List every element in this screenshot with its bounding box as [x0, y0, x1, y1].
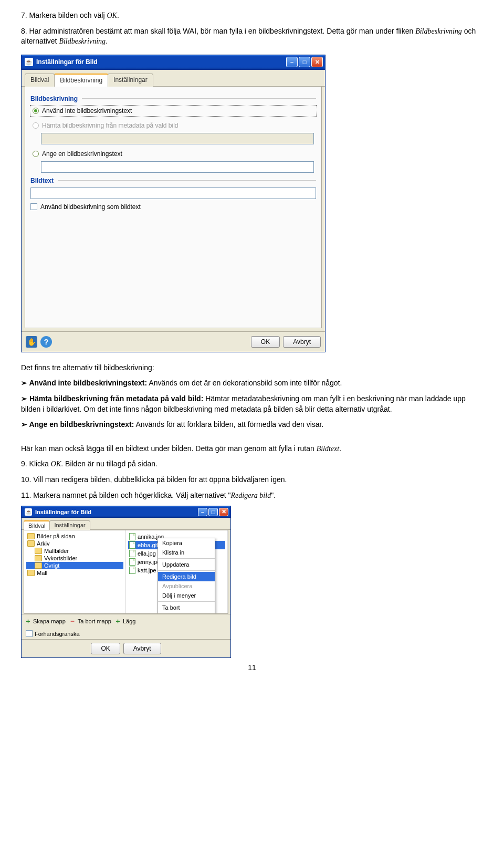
ctx-unpublish: Avpublicera [158, 581, 215, 591]
button-bar: ✋ ? OK Avbryt [22, 331, 325, 352]
preview-checkbox-row[interactable]: Förhandsgranska [22, 628, 230, 639]
java-icon: ☕ [25, 508, 32, 516]
radio-label: Ange en bildbeskrivningstext [42, 150, 122, 158]
create-folder-button[interactable]: ＋Skapa mapp [25, 617, 66, 626]
ok-button[interactable]: OK [251, 336, 280, 348]
dialog-image-settings: ☕ Inställningar för Bild – □ ✕ Bildval B… [21, 55, 326, 352]
dialog-image-settings-small: ☕ Inställningar för Bild – □ ✕ Bildval I… [21, 506, 231, 658]
radio-enter-desc[interactable]: Ange en bildbeskrivningstext [30, 149, 316, 159]
group-bildtext: Bildtext [30, 177, 316, 184]
plus-icon: ＋ [25, 617, 32, 626]
ctx-paste[interactable]: Klistra in [158, 548, 215, 557]
metadata-desc-input [41, 133, 314, 144]
ctx-rename[interactable]: Byt namn [158, 612, 215, 613]
add-button[interactable]: ＋Lägg [114, 617, 135, 626]
context-menu: Kopiera Klistra in Uppdatera Redigera bi… [158, 538, 215, 613]
titlebar: ☕ Inställningar för Bild – □ ✕ [22, 55, 325, 70]
radio-label: Hämta bildbeskrivning från metadata på v… [42, 122, 178, 129]
group-bildbeskrivning: Bildbeskrivning [30, 95, 316, 102]
folder-item[interactable]: Arkiv [26, 540, 123, 547]
folder-item[interactable]: Bilder på sidan [26, 532, 123, 540]
tab-bildval[interactable]: Bildval [24, 520, 50, 530]
step-7: 7. Markera bilden och välj OK. [21, 11, 483, 21]
radio-icon [33, 122, 39, 129]
cancel-button[interactable]: Avbryt [283, 336, 321, 348]
folder-icon [35, 548, 42, 554]
bullet-2: ➢ Hämta bildbeskrivning från metadata på… [21, 394, 483, 414]
maximize-button[interactable]: □ [299, 57, 310, 67]
bullet-3: ➢ Ange en bildbeskrivningstext: Används … [21, 420, 483, 430]
ctx-delete[interactable]: Ta bort [158, 603, 215, 612]
custom-desc-input[interactable] [41, 161, 314, 173]
checkbox-label: Använd bildbeskrivning som bildtext [40, 203, 141, 211]
tab-bildbeskrivning[interactable]: Bildbeskrivning [54, 74, 108, 87]
close-button[interactable]: ✕ [311, 57, 323, 67]
minimize-button[interactable]: – [286, 57, 298, 67]
step-11: 11. Markera namnet på bilden och högerkl… [21, 490, 483, 501]
minus-icon: － [69, 617, 76, 626]
radio-icon [33, 108, 39, 114]
radio-no-desc[interactable]: Använd inte bildbeskrivningstext [30, 106, 316, 116]
folder-icon [35, 555, 42, 561]
step-9: 9. Klicka OK. Bilden är nu tillagd på si… [21, 459, 483, 469]
plus-icon: ＋ [114, 617, 121, 626]
file-icon [129, 533, 135, 540]
ctx-edit-image[interactable]: Redigera bild [158, 572, 215, 581]
tab-strip: Bildval Inställningar [22, 518, 230, 530]
tab-installningar[interactable]: Inställningar [108, 74, 153, 87]
tab-installningar[interactable]: Inställningar [49, 520, 90, 530]
folder-pane[interactable]: Bilder på sidan Arkiv Mallbilder Vykorts… [24, 530, 126, 613]
checkbox-icon [30, 203, 37, 210]
checkbox-use-desc-as-caption[interactable]: Använd bildbeskrivning som bildtext [30, 203, 316, 211]
file-icon [129, 567, 135, 574]
file-browser: Bilder på sidan Arkiv Mallbilder Vykorts… [24, 530, 228, 614]
file-pane[interactable]: annika.jpg ebba.gif ella.jpg jenny.jpg k… [126, 530, 228, 613]
ctx-hide[interactable]: Dölj i menyer [158, 591, 215, 600]
help-icon[interactable]: ? [40, 336, 52, 348]
caption-input[interactable] [30, 187, 316, 199]
step-10: 10. Vill man redigera bilden, dubbelklic… [21, 475, 483, 485]
window-title: Inställningar för Bild [36, 58, 286, 66]
step-8: 8. Har administratören bestämt att man s… [21, 26, 483, 47]
alternatives-intro: Det finns tre alternativ till bildbeskri… [21, 363, 483, 373]
folder-item[interactable]: Vykortsbilder [26, 555, 123, 562]
cancel-button[interactable]: Avbryt [123, 643, 161, 654]
ctx-copy[interactable]: Kopiera [158, 538, 215, 548]
tab-strip: Bildval Bildbeskrivning Inställningar [22, 70, 325, 87]
hand-icon[interactable]: ✋ [26, 336, 37, 348]
folder-icon [27, 540, 35, 547]
checkbox-label: Förhandsgranska [35, 631, 80, 637]
radio-icon [33, 151, 39, 157]
file-icon [129, 541, 135, 549]
minimize-button[interactable]: – [198, 508, 207, 516]
tab-body: Bildbeskrivning Använd inte bildbeskrivn… [25, 87, 322, 328]
folder-toolbar: ＋Skapa mapp －Ta bort mapp ＋Lägg [22, 614, 230, 628]
caption-note: Här kan man också lägga till en bildtext… [21, 444, 483, 454]
titlebar: ☕ Inställningar för Bild – □ ✕ [22, 506, 230, 518]
close-button[interactable]: ✕ [219, 508, 228, 516]
folder-item-selected[interactable]: Övrigt [26, 562, 123, 569]
folder-icon [27, 570, 35, 576]
file-icon [129, 550, 135, 557]
button-bar: OK Avbryt [22, 639, 230, 657]
ctx-refresh[interactable]: Uppdatera [158, 560, 215, 569]
java-icon: ☕ [25, 58, 33, 66]
delete-folder-button[interactable]: －Ta bort mapp [69, 617, 111, 626]
tab-bildval[interactable]: Bildval [25, 74, 55, 87]
page-number: 11 [21, 663, 483, 672]
folder-item[interactable]: Mallbilder [26, 547, 123, 555]
radio-from-metadata: Hämta bildbeskrivning från metadata på v… [30, 120, 316, 131]
bullet-1: ➢ Använd inte bildbeskrivningstext: Anvä… [21, 378, 483, 389]
folder-icon [27, 533, 35, 539]
checkbox-icon [26, 630, 33, 637]
file-icon [129, 558, 135, 566]
radio-label: Använd inte bildbeskrivningstext [42, 107, 132, 114]
folder-item[interactable]: Mall [26, 569, 123, 577]
window-title: Inställningar för Bild [35, 509, 198, 515]
ok-button[interactable]: OK [91, 643, 120, 654]
maximize-button[interactable]: □ [208, 508, 218, 516]
folder-icon [35, 562, 42, 569]
